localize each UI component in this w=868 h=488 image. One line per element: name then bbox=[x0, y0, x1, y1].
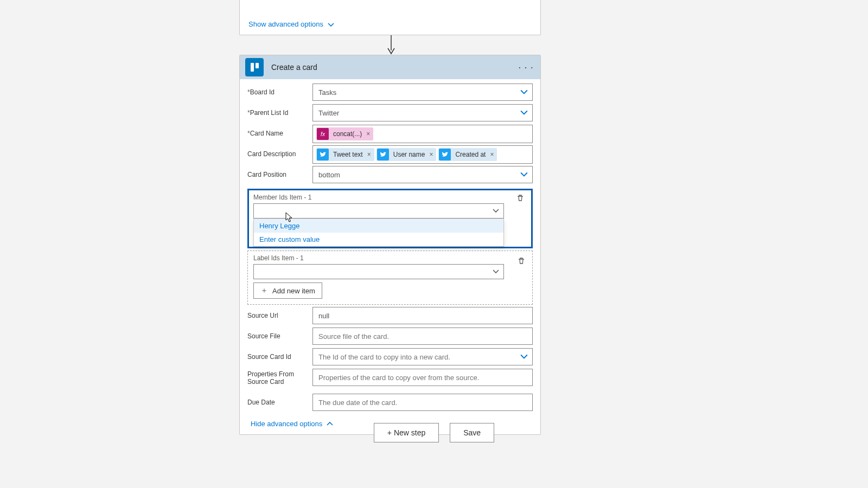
chevron-down-icon bbox=[328, 22, 333, 27]
remove-token-icon[interactable]: × bbox=[429, 151, 434, 158]
source-url-label: Source Url bbox=[247, 307, 312, 319]
expr-icon: fx bbox=[317, 128, 329, 140]
due-date-input[interactable]: The due date of the card. bbox=[312, 394, 533, 411]
delete-item-button[interactable] bbox=[514, 191, 527, 204]
action-header[interactable]: Create a card · · · bbox=[240, 55, 540, 79]
chevron-down-icon bbox=[520, 88, 528, 96]
chevron-down-icon bbox=[493, 268, 499, 275]
chevron-down-icon bbox=[520, 109, 528, 117]
chevron-down-icon bbox=[520, 353, 528, 361]
chevron-down-icon bbox=[493, 208, 499, 214]
parent-list-id-dropdown[interactable]: Twitter bbox=[312, 104, 533, 121]
twitter-icon bbox=[317, 149, 329, 160]
flow-connector bbox=[388, 35, 394, 55]
card-position-label: Card Position bbox=[247, 166, 312, 178]
twitter-token[interactable]: User name × bbox=[376, 148, 437, 161]
label-ids-label: Label Ids Item - 1 bbox=[251, 254, 529, 262]
trello-icon bbox=[245, 58, 264, 76]
board-id-value: Tasks bbox=[318, 88, 336, 97]
source-file-label: Source File bbox=[247, 328, 312, 340]
remove-token-icon[interactable]: × bbox=[490, 151, 495, 158]
twitter-token[interactable]: Created at × bbox=[438, 148, 497, 161]
properties-from-source-input[interactable]: Properties of the card to copy over from… bbox=[312, 369, 533, 386]
twitter-icon bbox=[377, 149, 389, 160]
add-new-item-label: Add new item bbox=[272, 287, 315, 295]
source-card-id-label: Source Card Id bbox=[247, 348, 312, 361]
token-label: Created at bbox=[453, 151, 488, 158]
card-position-dropdown[interactable]: bottom bbox=[312, 166, 533, 183]
due-date-label: Due Date bbox=[247, 394, 312, 406]
chevron-down-icon bbox=[520, 171, 528, 178]
previous-action-card: Show advanced options bbox=[239, 0, 541, 35]
parent-list-id-label: *Parent List Id bbox=[247, 104, 312, 117]
board-id-label: *Board Id bbox=[247, 84, 312, 96]
properties-from-source-placeholder: Properties of the card to copy over from… bbox=[318, 374, 479, 382]
member-ids-option-custom[interactable]: Enter custom value bbox=[254, 233, 503, 246]
plus-icon: ＋ bbox=[260, 286, 268, 296]
expr-token[interactable]: fx concat(...) × bbox=[316, 127, 373, 140]
card-position-value: bottom bbox=[318, 171, 340, 179]
create-card-action: Create a card · · · *Board Id Tasks *Par… bbox=[239, 55, 541, 435]
twitter-icon bbox=[439, 149, 451, 160]
board-id-dropdown[interactable]: Tasks bbox=[312, 84, 533, 101]
remove-token-icon[interactable]: × bbox=[367, 151, 372, 158]
remove-token-icon[interactable]: × bbox=[366, 130, 371, 138]
source-card-id-dropdown[interactable]: The Id of the card to copy into a new ca… bbox=[312, 348, 533, 365]
card-name-label: *Card Name bbox=[247, 125, 312, 137]
source-card-id-placeholder: The Id of the card to copy into a new ca… bbox=[318, 353, 450, 361]
card-description-label: Card Description bbox=[247, 145, 312, 158]
show-advanced-options-label: Show advanced options bbox=[248, 20, 323, 28]
member-ids-label: Member Ids Item - 1 bbox=[251, 192, 529, 201]
source-file-input[interactable]: Source file of the card. bbox=[312, 328, 533, 345]
show-advanced-options-link[interactable]: Show advanced options bbox=[248, 20, 333, 28]
card-description-input[interactable]: Tweet text × User name × Created at × bbox=[312, 145, 533, 164]
twitter-token[interactable]: Tweet text × bbox=[316, 148, 374, 161]
more-icon[interactable]: · · · bbox=[519, 63, 534, 72]
action-title: Create a card bbox=[271, 63, 317, 72]
source-url-value: null bbox=[318, 312, 329, 320]
delete-item-button[interactable] bbox=[515, 254, 528, 267]
mouse-cursor bbox=[285, 212, 293, 223]
label-ids-dropdown[interactable] bbox=[253, 264, 504, 279]
card-name-input[interactable]: fx concat(...) × bbox=[312, 125, 533, 143]
source-url-input[interactable]: null bbox=[312, 307, 533, 324]
save-button[interactable]: Save bbox=[450, 423, 494, 442]
add-new-item-button[interactable]: ＋ Add new item bbox=[253, 282, 322, 299]
source-file-placeholder: Source file of the card. bbox=[318, 332, 389, 341]
footer-buttons: + New step Save bbox=[0, 423, 868, 442]
parent-list-id-value: Twitter bbox=[318, 109, 339, 117]
token-label: Tweet text bbox=[331, 151, 365, 158]
new-step-button[interactable]: + New step bbox=[374, 423, 439, 442]
expr-token-label: concat(...) bbox=[331, 130, 364, 138]
due-date-placeholder: The due date of the card. bbox=[318, 399, 397, 407]
properties-from-source-label: Properties From Source Card bbox=[247, 369, 312, 386]
token-label: User name bbox=[391, 151, 427, 158]
label-ids-group: Label Ids Item - 1 ＋ Add new item bbox=[247, 251, 533, 305]
